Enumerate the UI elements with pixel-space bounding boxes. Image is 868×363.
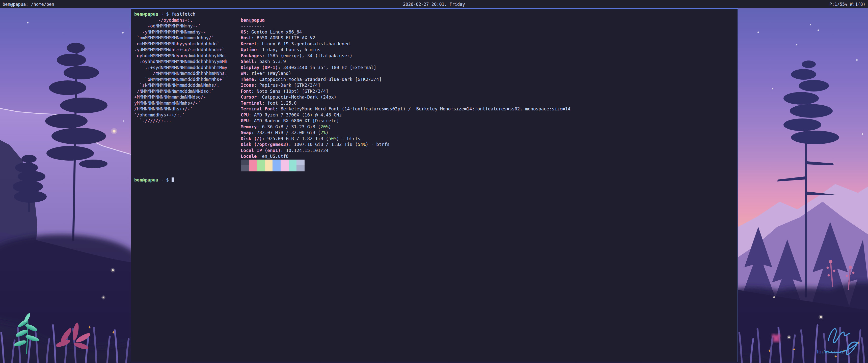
logo-line: :oyhhdNNMMMMMMMNNNmmdddhhhhhyymMh (134, 59, 227, 65)
logo-segment: +- (200, 30, 206, 35)
info-key: Packages (241, 53, 262, 58)
info-key: Uptime (241, 47, 257, 52)
info-colon: : (246, 30, 251, 35)
logo-segment: +` (219, 77, 224, 82)
logo-segment: .y (134, 47, 140, 52)
logo-segment: MMMMMMMMNNNNmmmdddmNMNdso (142, 89, 209, 94)
prompt-symbol: $ (166, 177, 169, 183)
info-value: 54% (358, 142, 366, 147)
logo-segment: s: (222, 71, 227, 76)
logo-line: -/oyddmdhs+:. (134, 18, 227, 24)
info-line: Memory: 6.36 GiB / 31.23 GiB (20%) (241, 124, 570, 130)
logo-line: `sNMMMMMMMMNNNmmmdddddmNMmhs/. (134, 82, 227, 89)
logo-segment: oy (134, 53, 142, 58)
logo-segment: -o (134, 24, 153, 29)
logo-line: -yNMMMMMMMMMMMNNNmmdhy+- (134, 29, 227, 35)
logo-segment: -` (195, 24, 200, 29)
info-line: Terminal Font: BerkeleyMono Nerd Font (1… (241, 106, 570, 112)
info-line: Locale: en_US.utf8 (241, 154, 570, 160)
info-key: Host (241, 35, 251, 40)
logo-segment: dMMMMMMMMMMd (140, 47, 171, 52)
info-key: Memory (241, 124, 257, 129)
info-value: 6.36 GiB / 31.23 GiB ( (262, 124, 320, 129)
info-line: Disk (/): 925.09 GiB / 1.82 TiB (50%) - … (241, 136, 570, 142)
logo-line: +MMMMMMMNNNNNmmmmdmNMNdso/- (134, 94, 227, 100)
logo-segment: Mh (222, 59, 227, 64)
info-line: Display (DP-1): 3440x1440 in 35", 180 Hz… (241, 65, 570, 71)
logo-segment: ohdmmddhys+++/: (140, 112, 179, 118)
terminal-window[interactable]: ben@papua ~ $ fastfetch -/oyddmdhs+:. -o… (131, 8, 738, 362)
info-key: Shell (241, 59, 254, 64)
logo-line: omMMMMMMMMMMMNhhyyyohmdddhhhdo` (134, 41, 227, 47)
signature-url-label: louie.co.nz (817, 349, 844, 355)
info-value: en_US.utf8 (262, 154, 288, 159)
info-colon: : (262, 136, 267, 141)
info-value: ) - btrfs (366, 142, 390, 147)
info-key: OS (241, 30, 246, 35)
palette-row (241, 160, 570, 166)
logo-segment: hhyyyo (174, 41, 190, 46)
logo-segment: /- (200, 95, 206, 100)
svg-text:✦: ✦ (834, 354, 837, 359)
svg-text:✦: ✦ (792, 347, 796, 352)
info-value: 1007.10 GiB / 1.82 TiB ( (294, 142, 358, 147)
logo-segment: :o (134, 59, 145, 64)
logo-segment: `o (134, 77, 150, 82)
logo-segment: /-` (185, 106, 193, 111)
palette-swatch (241, 165, 249, 171)
info-colon: : (251, 130, 257, 135)
info-value: ) (329, 124, 331, 129)
logo-segment: yM (134, 101, 140, 106)
logo-segment: `-//////:--. (134, 118, 172, 123)
palette-swatch (297, 160, 305, 166)
prompt-line: ben@papua ~ $ fastfetch (134, 11, 195, 18)
info-line: Font: Noto Sans (10pt) [GTK2/3/4] (241, 89, 570, 95)
info-value: Catppuccin-Mocha-Standard-Blue-Dark [GTK… (259, 77, 382, 82)
logo-segment: NMMMMMMMMNNNmmmdddddmNMmhs (145, 83, 214, 88)
info-colon: : (257, 47, 262, 52)
info-key: Disk (/opt/games3) (241, 142, 289, 147)
info-value: bash 5.3.9 (259, 59, 286, 64)
info-key: Disk (/) (241, 136, 262, 141)
svg-text:✦: ✦ (88, 325, 91, 330)
logo-segment: +M (134, 95, 140, 100)
logo-segment: .` (179, 112, 185, 118)
info-value: ) - btrfs (336, 136, 360, 141)
logo-line: `omMMMMMMMMMMMMNmdmmmmddhhy/` (134, 35, 227, 41)
info-line: Packages: 1585 (emerge), 34 (flatpak-use… (241, 53, 570, 59)
prompt-user: ben@papua (134, 11, 158, 16)
status-bar: ben@papua: /home/ben 2026-02-27 20:01, F… (0, 0, 868, 8)
logo-segment: hs++so/s (172, 47, 193, 52)
logo-line: `-//////:--. (134, 118, 227, 124)
info-colon: : (246, 71, 251, 76)
info-key: Terminal (241, 101, 262, 106)
info-value: Noto Sans (10pt) [GTK2/3/4] (257, 89, 328, 94)
logo-segment: MMMMMMNNNNNmmmmdmNMNdso (140, 95, 200, 100)
info-value: BerkeleyMono Nerd Font (14:fontfeatures=… (281, 106, 570, 111)
info-value: 1585 (emerge), 34 (flatpak-user) (267, 53, 352, 58)
logo-line: yMMNNNNNNNmmmmmNNMmhs+/-` (134, 100, 227, 106)
info-value: AMD Ryzen 7 3700X (16) @ 4.43 GHz (254, 112, 342, 118)
svg-text:✦: ✦ (768, 349, 771, 354)
info-value: ) (326, 130, 329, 135)
info-line: Kernel: Linux 6.19.3-gentoo-dist-hardene… (241, 41, 570, 47)
palette-row (241, 165, 570, 171)
palette-swatch (273, 165, 281, 171)
palette-swatch (249, 160, 257, 166)
info-value: Gentoo Linux x86_64 (251, 30, 302, 35)
info-value: 50% (329, 136, 337, 141)
info-colon: : (249, 118, 254, 123)
info-line: Shell: bash 5.3.9 (241, 59, 570, 65)
info-line: Theme: Catppuccin-Mocha-Standard-Blue-Da… (241, 77, 570, 83)
info-value: 1 day, 4 hours, 6 mins (262, 47, 320, 52)
info-colon: : (289, 142, 294, 147)
info-key: Font (241, 89, 251, 94)
info-line: OS: Gentoo Linux x86_64 (241, 29, 570, 35)
logo-line: /hMMNNNNNNNNMNdhs++/-` (134, 106, 227, 112)
logo-segment: `o (134, 35, 142, 40)
prompt-symbol: $ (166, 11, 169, 16)
terminal-content: ben@papua ~ $ fastfetch -/oyddmdhs+:. -o… (134, 11, 735, 359)
palette-swatch (265, 165, 273, 171)
info-colon: : (262, 53, 267, 58)
info-key: Theme (241, 77, 254, 82)
